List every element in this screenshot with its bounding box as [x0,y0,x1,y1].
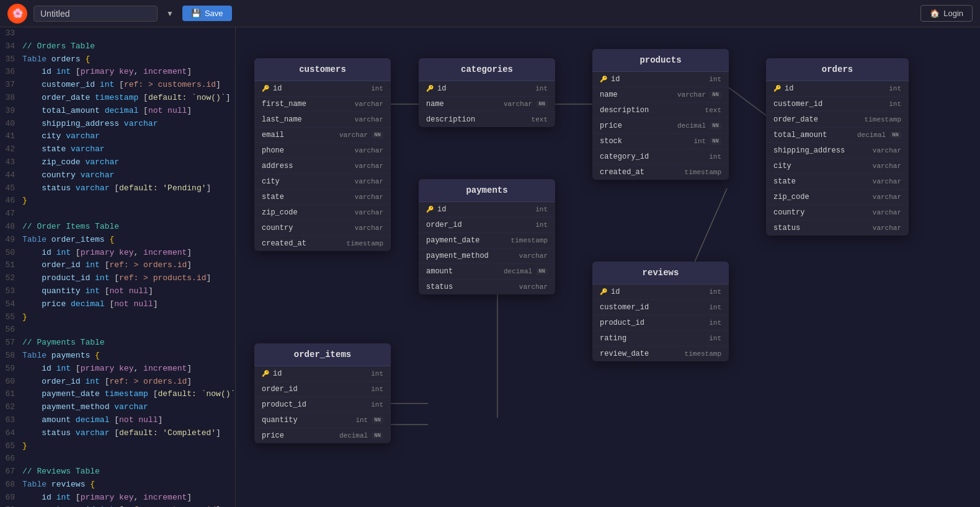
field-categories-id: 🔑 id int [419,81,555,97]
code-line: 45 status varchar [default: 'Pending'] [0,182,235,195]
code-line: 56 [0,324,235,337]
key-icon: 🔑 [262,370,269,377]
table-header-products: products [592,49,729,72]
field-customers-first_name: first_namevarchar [254,97,391,112]
field-orders-total_amount: total_amountdecimalNN [766,128,909,143]
code-panel[interactable]: 33 34// Orders Table 35Table orders { 36… [0,27,236,507]
field-products-created_at: created_attimestamp [592,165,729,180]
field-orders-shipping_address: shipping_addressvarchar [766,143,909,159]
code-line: 55} [0,311,235,324]
field-orderitems-price: pricedecimalNN [254,428,391,443]
field-categories-name: namevarcharNN [419,97,555,112]
field-payments-amount: amountdecimalNN [419,264,555,280]
code-line: 36 id int [primary key, increment] [0,66,235,79]
code-line: 64 status varchar [default: 'Completed'] [0,427,235,440]
code-line: 50 id int [primary key, increment] [0,247,235,260]
field-customers-country: countryvarchar [254,221,391,236]
login-button[interactable]: 🏠 Login [920,5,973,22]
field-customers-last_name: last_namevarchar [254,112,391,128]
table-categories[interactable]: categories 🔑 id int namevarcharNN descri… [419,58,555,127]
field-orders-zip_code: zip_codevarchar [766,190,909,205]
table-reviews[interactable]: reviews 🔑 id int customer_idint product_… [592,262,729,361]
field-customers-zip_code: zip_codevarchar [254,205,391,221]
field-products-name: namevarcharNN [592,87,729,103]
field-orders-id: 🔑 id int [766,81,909,97]
code-line: 34// Orders Table [0,40,235,53]
project-title-input[interactable] [33,6,158,22]
code-line: 38 order_date timestamp [default: `now()… [0,92,235,105]
field-reviews-id: 🔑 id int [592,284,729,300]
field-orderitems-quantity: quantityintNN [254,413,391,428]
table-header-orders: orders [766,58,909,81]
code-line: 57// Payments Table [0,337,235,350]
field-orders-order_date: order_datetimestamp [766,112,909,128]
field-orderitems-product_id: product_idint [254,397,391,413]
field-payments-id: 🔑 id int [419,202,555,218]
key-icon: 🔑 [600,76,607,83]
topbar: 🌸 ▼ 💾 Save 🏠 Login [0,0,980,27]
field-products-price: pricedecimalNN [592,118,729,134]
field-products-stock: stockintNN [592,134,729,149]
diagram-panel[interactable]: customers 🔑 id int first_namevarchar las… [236,27,980,507]
code-line: 63 amount decimal [not null] [0,414,235,427]
field-customers-city: cityvarchar [254,174,391,190]
code-line: 43 zip_code varchar [0,156,235,169]
field-orders-customer_id: customer_idint [766,97,909,112]
key-icon: 🔑 [426,85,434,92]
code-line: 54 price decimal [not null] [0,298,235,311]
code-line: 33 [0,27,235,40]
code-line: 53 quantity int [not null] [0,285,235,298]
field-payments-status: statusvarchar [419,280,555,294]
table-customers[interactable]: customers 🔑 id int first_namevarchar las… [254,58,391,251]
code-line: 41 city varchar [0,130,235,143]
code-line: 62 payment_method varchar [0,401,235,414]
field-customers-created_at: created_attimestamp [254,236,391,251]
code-line: 65} [0,440,235,453]
code-line: 51 order_id int [ref: > orders.id] [0,259,235,272]
app-logo: 🌸 [7,4,27,24]
field-reviews-product_id: product_idint [592,315,729,331]
code-line: 40 shipping_address varchar [0,118,235,131]
field-reviews-customer_id: customer_idint [592,300,729,315]
table-header-reviews: reviews [592,262,729,284]
code-line: 67// Reviews Table [0,465,235,478]
code-line: 59 id int [primary key, increment] [0,363,235,376]
table-header-payments: payments [419,179,555,202]
table-orders[interactable]: orders 🔑 id int customer_idint order_dat… [766,58,909,236]
field-customers-state: statevarchar [254,190,391,205]
code-line: 35Table orders { [0,53,235,66]
field-payments-payment_method: payment_methodvarchar [419,249,555,264]
key-icon: 🔑 [773,85,781,92]
field-payments-order_id: order_idint [419,218,555,233]
code-line: 60 order_id int [ref: > orders.id] [0,376,235,389]
field-orders-state: statevarchar [766,174,909,190]
code-line: 48// Order Items Table [0,221,235,234]
code-line: 46} [0,195,235,208]
main-content: 33 34// Orders Table 35Table orders { 36… [0,27,980,507]
field-orderitems-id: 🔑 id int [254,366,391,382]
code-line: 49Table order_items { [0,234,235,247]
key-icon: 🔑 [262,85,269,92]
code-line: 52 product_id int [ref: > products.id] [0,272,235,285]
key-icon: 🔑 [600,288,607,296]
field-customers-address: addressvarchar [254,159,391,174]
code-line: 37 customer_id int [ref: > customers.id] [0,79,235,92]
code-line: 58Table payments { [0,350,235,363]
field-orders-country: countryvarchar [766,205,909,221]
field-orders-status: statusvarchar [766,221,909,236]
table-products[interactable]: products 🔑 id int namevarcharNN descript… [592,49,729,180]
save-icon: 💾 [191,9,201,18]
save-button[interactable]: 💾 Save [182,6,232,21]
table-order-items[interactable]: order_items 🔑 id int order_idint product… [254,343,391,443]
code-line: 68Table reviews { [0,478,235,492]
field-customers-phone: phonevarchar [254,143,391,159]
table-header-order-items: order_items [254,343,391,366]
field-reviews-rating: ratingint [592,331,729,346]
table-payments[interactable]: payments 🔑 id int order_idint payment_da… [419,179,555,294]
field-products-category_id: category_idint [592,149,729,165]
home-icon: 🏠 [930,9,940,18]
title-dropdown-button[interactable]: ▼ [164,8,176,19]
field-products-description: descriptiontext [592,103,729,118]
code-line: 42 state varchar [0,143,235,156]
field-orders-city: cityvarchar [766,159,909,174]
